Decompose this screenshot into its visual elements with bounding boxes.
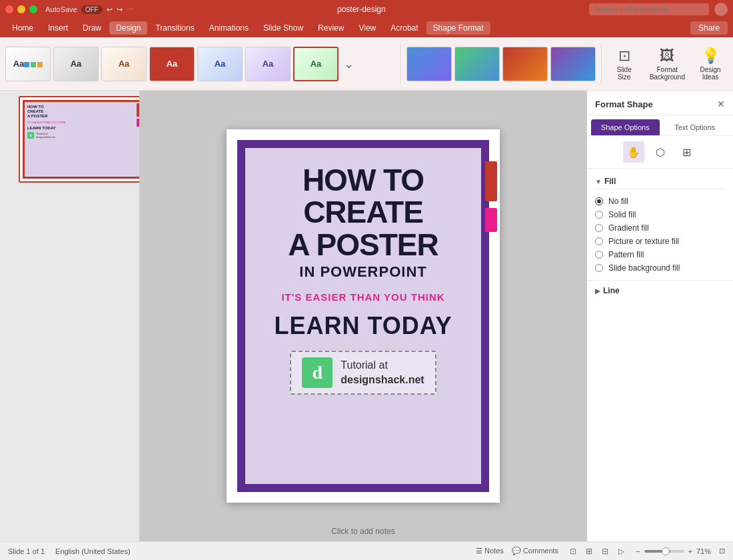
slide-thumbnail-1[interactable]: HOW TOCREATEA POSTER IT'S EASIER THAN YO… [19, 96, 140, 183]
slide-size-button[interactable]: ⊡ SlideSize [607, 45, 642, 83]
notes-button[interactable]: ☰ Notes [476, 547, 504, 555]
document-title: poster-design [134, 5, 589, 14]
headline-line3: A POSTER [288, 227, 438, 262]
theme-gallery: Aa Aa Aa Aa Aa Aa Aa ⌄ [5, 47, 395, 81]
zoom-in-icon[interactable]: + [688, 547, 692, 555]
sub-tab-fill-icon[interactable]: ✋ [623, 141, 644, 163]
theme-6[interactable]: Aa [245, 47, 291, 81]
fill-option-picture[interactable]: Picture or texture fill [595, 235, 725, 248]
sub-tab-layout-icon[interactable]: ⊞ [676, 141, 698, 163]
panel-close-button[interactable]: ✕ [717, 99, 725, 109]
redo-icon[interactable]: ↪ [117, 5, 123, 14]
menu-review[interactable]: Review [311, 21, 351, 35]
poster-subheading: IN POWERPOINT [299, 263, 426, 281]
menu-view[interactable]: View [352, 21, 382, 35]
theme-2[interactable]: Aa [53, 47, 99, 81]
radio-gradient-fill[interactable] [595, 224, 603, 232]
search-input[interactable] [589, 3, 709, 15]
theme-5[interactable]: Aa [197, 47, 243, 81]
fill-option-solid[interactable]: Solid fill [595, 208, 725, 221]
slide-size-icon: ⊡ [618, 47, 630, 65]
color-variant-1[interactable] [406, 47, 452, 81]
zoom-slider[interactable]: − + 71% [636, 547, 711, 555]
panel-title: Format Shape [595, 99, 653, 109]
undo-icon[interactable]: ↩ [107, 5, 113, 14]
radio-picture-fill[interactable] [595, 237, 603, 245]
normal-view-button[interactable]: ⊡ [566, 545, 580, 558]
color-variant-4[interactable] [550, 47, 596, 81]
tab-text-options[interactable]: Text Options [661, 119, 730, 135]
poster-headline: HOW TO CREATE A POSTER [288, 164, 438, 261]
zoom-track[interactable] [644, 550, 684, 553]
tab-shape-options[interactable]: Shape Options [591, 119, 660, 135]
fill-gradient-label: Gradient fill [608, 223, 649, 233]
design-ideas-button[interactable]: 💡 DesignIdeas [693, 45, 728, 83]
theme-3[interactable]: Aa [101, 47, 147, 81]
menu-shape-format[interactable]: Shape Format [426, 21, 490, 35]
canvas-area[interactable]: HOW TO CREATE A POSTER IN POWERPOINT IT'… [140, 91, 586, 541]
slide-canvas[interactable]: HOW TO CREATE A POSTER IN POWERPOINT IT'… [227, 129, 500, 503]
more-actions-icon[interactable]: ⋯ [127, 5, 134, 14]
poster-cta: LEARN TODAY [274, 312, 452, 340]
main-area: 1 HOW TOCREATEA POSTER IT'S EASIER THAN … [0, 91, 733, 541]
line-section-label: Line [603, 286, 620, 295]
format-background-button[interactable]: 🖼 FormatBackground [644, 45, 690, 83]
menu-transitions[interactable]: Transitions [149, 21, 201, 35]
zoom-out-icon[interactable]: − [636, 547, 640, 555]
slideshow-button[interactable]: ▷ [614, 545, 628, 558]
design-ideas-icon: 💡 [702, 47, 720, 65]
fill-option-gradient[interactable]: Gradient fill [595, 221, 725, 235]
line-section-header[interactable]: ▶ Line [595, 286, 725, 295]
traffic-lights [5, 5, 37, 13]
fill-option-slide-bg[interactable]: Slide background fill [595, 261, 725, 275]
theme-1[interactable]: Aa [5, 47, 51, 81]
notes-icon: ☰ [476, 547, 482, 555]
color-variant-gallery [406, 47, 596, 81]
zoom-thumb[interactable] [662, 547, 670, 555]
tutorial-line2: designshack.net [341, 373, 424, 387]
color-variant-3[interactable] [502, 47, 548, 81]
fill-option-none[interactable]: No fill [595, 195, 725, 208]
theme-expand-button[interactable]: ⌄ [341, 57, 357, 71]
radio-no-fill[interactable] [595, 197, 603, 205]
poster-logo-row[interactable]: d Tutorial at designshack.net [290, 351, 436, 395]
color-variant-2[interactable] [454, 47, 500, 81]
close-window-button[interactable] [5, 5, 13, 13]
theme-4[interactable]: Aa [149, 47, 195, 81]
autosave-area: AutoSave OFF ↩ ↪ ⋯ [45, 5, 134, 14]
titlebar: AutoSave OFF ↩ ↪ ⋯ poster-design [0, 0, 733, 19]
fill-section-header[interactable]: ▼ Fill [595, 174, 725, 189]
slide-size-label: SlideSize [617, 66, 632, 81]
menu-acrobat[interactable]: Acrobat [384, 21, 424, 35]
menu-animations[interactable]: Animations [203, 21, 255, 35]
fit-to-window-icon[interactable]: ⊡ [719, 547, 725, 555]
reading-view-button[interactable]: ⊟ [598, 545, 612, 558]
autosave-toggle[interactable]: OFF [81, 5, 103, 14]
fill-none-label: No fill [608, 197, 628, 206]
poster-tagline: IT'S EASIER THAN YOU THINK [281, 291, 444, 303]
ribbon-divider-2 [601, 44, 602, 84]
radio-slide-bg-fill[interactable] [595, 264, 603, 272]
headline-line1: HOW TO [303, 163, 424, 197]
format-shape-panel: Format Shape ✕ Shape Options Text Option… [586, 91, 733, 541]
menu-insert[interactable]: Insert [41, 21, 75, 35]
slide-sorter-button[interactable]: ⊞ [582, 545, 596, 558]
maximize-window-button[interactable] [29, 5, 37, 13]
poster-domain: Tutorial at designshack.net [341, 358, 424, 388]
menu-draw[interactable]: Draw [76, 21, 108, 35]
notes-hint[interactable]: Click to add notes [331, 527, 394, 536]
sub-tab-shape-icon[interactable]: ⬡ [650, 141, 671, 163]
fill-option-pattern[interactable]: Pattern fill [595, 248, 725, 261]
radio-pattern-fill[interactable] [595, 251, 603, 259]
menu-home[interactable]: Home [5, 21, 40, 35]
slides-panel: 1 HOW TOCREATEA POSTER IT'S EASIER THAN … [0, 91, 140, 541]
radio-solid-fill[interactable] [595, 211, 603, 219]
poster-logo: d [302, 357, 333, 388]
comments-button[interactable]: 💬 Comments [512, 547, 558, 555]
minimize-window-button[interactable] [17, 5, 25, 13]
user-avatar[interactable] [714, 3, 728, 16]
share-button[interactable]: Share [690, 21, 728, 35]
menu-slideshow[interactable]: Slide Show [257, 21, 310, 35]
menu-design[interactable]: Design [109, 21, 147, 35]
theme-7[interactable]: Aa [293, 47, 339, 81]
